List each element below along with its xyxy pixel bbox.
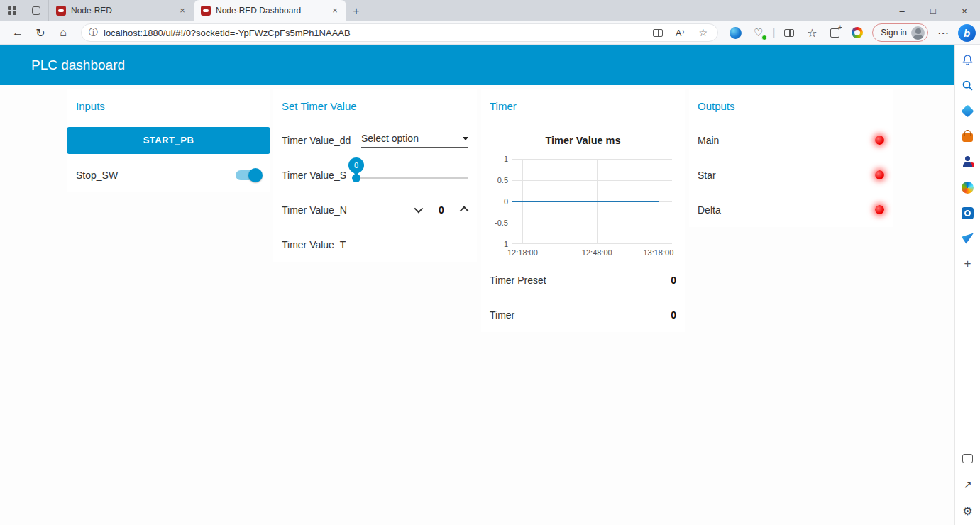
dashboard-header: PLC dashboard — [0, 45, 954, 85]
browser-essentials-icon[interactable]: ♡ — [748, 23, 769, 42]
close-button[interactable]: × — [949, 0, 980, 21]
bing-copilot-icon[interactable]: b — [958, 24, 976, 42]
tab-title: Node-RED — [71, 6, 172, 16]
group-outputs: Outputs Main Star Delta — [689, 89, 893, 227]
sidebar-bottom-group: ↗ ⚙ — [959, 450, 976, 519]
start-wing-icon[interactable] — [959, 230, 976, 247]
shopping-icon[interactable] — [959, 128, 976, 145]
led-label: Delta — [698, 204, 875, 216]
slider-label: Timer Value_S — [282, 170, 353, 181]
navigation-bar: ← ↻ ⌂ ⓘ localhost:1880/ui/#!/0?socketid=… — [0, 21, 980, 45]
tab-node-red[interactable]: Node-RED × — [48, 0, 194, 21]
games-icon[interactable] — [959, 153, 976, 170]
toolbar-divider: | — [771, 27, 778, 38]
extension-globe-icon[interactable] — [725, 23, 747, 42]
outlook-icon[interactable] — [959, 204, 976, 221]
node-red-dashboard-favicon-icon — [201, 6, 211, 16]
collections-icon[interactable] — [824, 23, 845, 42]
address-bar[interactable]: ⓘ localhost:1880/ui/#!/0?socketid=-YpFWz… — [81, 23, 718, 42]
timer-value-s-row: Timer Value_S 0 — [273, 158, 477, 192]
timer-chart: Timer Value ms 1 0.5 0 -0.5 -1 — [481, 123, 685, 262]
copilot-sidebar-icon[interactable] — [778, 23, 800, 42]
start-pb-button[interactable]: START_PB — [67, 127, 270, 154]
text-input-label: Timer Value_T — [282, 239, 346, 250]
new-tab-button[interactable]: + — [346, 1, 366, 21]
panes-glyph — [784, 29, 794, 37]
bag-glyph — [962, 133, 973, 142]
favorites-icon[interactable]: ☆ — [801, 23, 822, 42]
tab-close-icon[interactable]: × — [177, 5, 188, 16]
square-glyph — [32, 6, 40, 15]
globe-glyph — [730, 27, 742, 39]
extension-icon[interactable] — [847, 23, 868, 42]
browser-window: Node-RED × Node-RED Dashboard × + – □ × … — [0, 0, 980, 525]
refresh-icon[interactable]: ↻ — [30, 23, 51, 42]
y-tick: 0.5 — [488, 176, 508, 184]
search-icon[interactable] — [959, 77, 976, 94]
led-indicator-star — [875, 170, 884, 179]
chart-title: Timer Value ms — [488, 123, 678, 158]
group-inputs: Inputs START_PB Stop_SW — [67, 89, 270, 192]
led-indicator-main — [875, 136, 884, 145]
tab-title: Node-RED Dashboard — [216, 6, 324, 16]
group-title: Timer — [481, 89, 685, 123]
stop-sw-toggle[interactable] — [236, 170, 261, 180]
open-external-icon[interactable]: ↗ — [959, 476, 976, 493]
x-tick: 13:18:00 — [643, 248, 673, 257]
collections-glyph — [830, 28, 839, 38]
favorites-star-icon[interactable]: ☆ — [695, 25, 712, 40]
app-drop-icon[interactable] — [959, 102, 976, 119]
y-tick: -0.5 — [488, 219, 508, 227]
timer-value: 0 — [671, 309, 676, 321]
numeric-value: 0 — [421, 204, 462, 216]
read-aloud-icon[interactable]: A⁾ — [672, 25, 689, 40]
url-text[interactable]: localhost:1880/ui/#!/0?socketid=-YpFWzCp… — [104, 28, 644, 38]
dropdown-label: Timer Value_dd — [282, 135, 361, 146]
slider-track[interactable] — [353, 177, 468, 179]
add-sidebar-app-icon[interactable]: + — [959, 255, 976, 272]
timer-value-t-row: Timer Value_T — [273, 227, 477, 262]
split-screen-icon[interactable] — [649, 25, 666, 40]
x-tick: 12:48:00 — [582, 248, 612, 257]
sign-in-button[interactable]: Sign in — [872, 23, 928, 42]
group-title: Outputs — [689, 89, 893, 123]
outlook-glyph — [962, 207, 974, 219]
back-icon[interactable]: ← — [7, 23, 28, 42]
home-icon[interactable]: ⌂ — [53, 23, 74, 42]
y-tick: -1 — [488, 240, 508, 248]
designer-glyph — [962, 182, 974, 194]
extension-glyph — [852, 27, 863, 38]
tab-actions-icon[interactable] — [24, 0, 48, 21]
led-label: Main — [698, 135, 875, 146]
grid-glyph — [8, 6, 16, 15]
sign-in-label: Sign in — [881, 28, 907, 38]
minimize-button[interactable]: – — [886, 0, 918, 21]
designer-icon[interactable] — [959, 179, 976, 196]
tab-node-red-dashboard[interactable]: Node-RED Dashboard × — [194, 0, 346, 21]
led-row-star: Star — [689, 158, 893, 192]
settings-gear-icon[interactable]: ⚙ — [959, 502, 976, 519]
slider-thumb[interactable] — [352, 174, 360, 182]
led-row-main: Main — [689, 123, 893, 158]
timer-preset-row: Timer Preset 0 — [481, 262, 685, 297]
stop-sw-row: Stop_SW — [67, 158, 270, 192]
timer-value-s-slider[interactable]: 0 — [353, 165, 468, 186]
stop-sw-label: Stop_SW — [76, 170, 236, 181]
group-timer: Timer Timer Value ms 1 0.5 0 -0.5 -1 — [481, 89, 685, 332]
more-menu-icon[interactable]: ⋯ — [932, 23, 954, 42]
person-glyph — [962, 156, 974, 167]
timer-value-t-input[interactable] — [282, 255, 468, 255]
tab-close-icon[interactable]: × — [329, 5, 341, 16]
site-info-icon[interactable]: ⓘ — [89, 26, 98, 39]
led-row-delta: Delta — [689, 192, 893, 227]
timer-value-dd-row: Timer Value_dd Select option — [273, 123, 477, 158]
x-tick: 12:18:00 — [507, 248, 538, 257]
timer-value-dd-dropdown[interactable]: Select option — [361, 133, 468, 148]
workspaces-icon[interactable] — [0, 0, 24, 21]
notifications-bell-icon[interactable] — [959, 51, 976, 68]
diamond-glyph — [961, 104, 974, 117]
panel-glyph — [962, 454, 973, 463]
y-tick: 0 — [488, 197, 508, 206]
maximize-button[interactable]: □ — [918, 0, 949, 21]
sidebar-panel-icon[interactable] — [959, 450, 976, 467]
